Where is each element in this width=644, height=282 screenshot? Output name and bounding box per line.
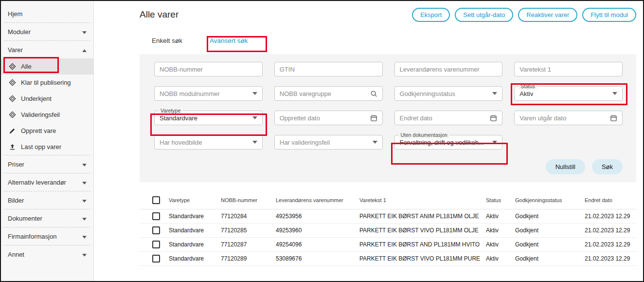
column-header: Varetekst 1: [359, 197, 486, 203]
table-row[interactable]: Standardvare 77120285 49253960 PARKETT E…: [140, 224, 636, 238]
panel-actions: Nullstill Søk: [154, 159, 623, 174]
tab-avansert-sok[interactable]: Avansert søk: [210, 37, 248, 47]
pencil-icon: [8, 128, 16, 134]
nobb-module-number-select[interactable]: NOBB modulnummer: [154, 86, 263, 101]
chevron-down-icon: [373, 141, 377, 144]
item-text-input[interactable]: [519, 66, 617, 73]
tag-icon: [8, 111, 16, 118]
field-label: Status: [519, 83, 537, 90]
field-label: Uten dokumentasjon: [399, 132, 449, 138]
changed-date-field[interactable]: Endret dato: [394, 111, 503, 125]
filter-row-2: NOBB modulnummer NOBB varegruppe Godkjen…: [154, 86, 623, 101]
filter-row-3: Varetype Standardvare Opprettet dato End…: [154, 111, 623, 125]
sidebar-item-varer[interactable]: Varer: [1, 41, 93, 58]
select-placeholder: Har valideringsfeil: [280, 139, 330, 146]
export-button[interactable]: Eksport: [412, 8, 450, 22]
header-actions: Eksport Sett utgår-dato Reaktiver varer …: [412, 8, 636, 22]
expiry-date-field[interactable]: Varen utgår dato: [514, 111, 623, 125]
select-placeholder: Har hovedbilde: [160, 139, 202, 146]
chevron-down-icon: [82, 251, 87, 258]
set-expiry-date-button[interactable]: Sett utgår-dato: [455, 8, 513, 22]
sidebar-item-moduler[interactable]: Moduler: [1, 23, 93, 40]
move-to-module-button[interactable]: Flytt til modul: [582, 8, 636, 22]
chevron-down-icon: [82, 161, 87, 168]
sidebar-item-label: Varer: [8, 46, 23, 54]
sidebar-item-firmainformasjon[interactable]: Firmainformasjon: [1, 227, 93, 245]
supplier-item-number-field[interactable]: [394, 62, 503, 76]
sidebar-item-dokumenter[interactable]: Dokumenter: [1, 209, 93, 227]
sidebar-item-label: Opprett vare: [21, 127, 56, 134]
gtin-input[interactable]: [280, 66, 377, 73]
sidebar-item-alternativ-leverandor[interactable]: Alternativ leverandør: [1, 173, 93, 191]
cell-varetekst: PARKETT EIK BØRST VIVO PL181MM OLJE: [359, 227, 486, 234]
cell-nobb-nummer: 77120285: [221, 227, 276, 234]
sidebar-item-opprett-vare[interactable]: Opprett vare: [1, 123, 93, 139]
cell-godkjenningsstatus: Godkjent: [515, 241, 585, 248]
cell-leverandorens-varenummer: 53089676: [276, 255, 359, 262]
cell-endret-dato: 21.02.2023 12.29: [585, 241, 636, 248]
calendar-icon: [370, 114, 377, 122]
chevron-down-icon: [252, 116, 257, 119]
item-text-field[interactable]: [514, 62, 623, 76]
table-row[interactable]: Standardvare 77120284 49253956 PARKETT E…: [140, 209, 636, 224]
nobb-item-group-field[interactable]: NOBB varegruppe: [274, 86, 383, 101]
without-documentation-select[interactable]: Uten dokumentasjon Forvaltning, drift og…: [394, 135, 503, 150]
calendar-icon: [610, 114, 617, 122]
reactivate-items-button[interactable]: Reaktiver varer: [518, 8, 577, 22]
row-checkbox[interactable]: [152, 255, 160, 263]
row-checkbox[interactable]: [152, 212, 160, 220]
nobb-number-field[interactable]: [154, 62, 263, 76]
search-button[interactable]: Søk: [592, 159, 623, 174]
cell-varetype: Standardvare: [169, 213, 221, 220]
row-checkbox[interactable]: [152, 241, 160, 248]
search-icon: [370, 90, 377, 97]
row-checkbox[interactable]: [152, 226, 160, 234]
app-window: Hjem Moduler Varer Alle Klar til publise…: [0, 0, 644, 282]
created-date-field[interactable]: Opprettet dato: [274, 111, 383, 125]
gtin-field[interactable]: [274, 62, 383, 76]
sidebar-item-label: Moduler: [8, 28, 31, 36]
tab-enkelt-sok[interactable]: Enkelt søk: [152, 37, 182, 47]
cell-godkjenningsstatus: Godkjent: [515, 255, 585, 262]
nobb-number-input[interactable]: [160, 66, 257, 73]
sidebar-item-priser[interactable]: Priser: [1, 155, 93, 173]
sidebar-item-label: Annet: [8, 251, 24, 258]
table-header-row: Varetype NOBB-nummer Leverandørens varen…: [140, 191, 636, 209]
sidebar-item-label: Underkjent: [21, 95, 52, 102]
chevron-down-icon: [82, 233, 87, 240]
cell-nobb-nummer: 77120289: [221, 255, 276, 262]
sidebar-item-hjem[interactable]: Hjem: [1, 5, 93, 22]
tag-icon: [8, 95, 16, 102]
sidebar-item-label: Klar til publisering: [21, 79, 71, 86]
sidebar-item-klar-til-publisering[interactable]: Klar til publisering: [1, 75, 93, 91]
sidebar-item-valideringsfeil[interactable]: Valideringsfeil: [1, 107, 93, 123]
page-title: Alle varer: [140, 9, 179, 20]
cell-endret-dato: 21.02.2023 12.29: [585, 255, 636, 262]
has-validation-error-select[interactable]: Har valideringsfeil: [274, 135, 383, 150]
table-row[interactable]: Standardvare 77120287 49254096 PARKETT E…: [140, 238, 636, 252]
advanced-search-panel: NOBB modulnummer NOBB varegruppe Godkjen…: [140, 54, 636, 182]
item-type-select[interactable]: Varetype Standardvare: [154, 111, 263, 125]
select-all-checkbox[interactable]: [152, 196, 160, 204]
column-header: Endret dato: [585, 197, 636, 203]
column-header: Godkjenningsstatus: [515, 197, 585, 203]
sidebar-item-bilder[interactable]: Bilder: [1, 191, 93, 209]
cell-varetekst: PARKETT EIK BØRST AND PL181MM HVITO: [359, 241, 486, 248]
status-select[interactable]: Status Aktiv: [514, 86, 623, 101]
cell-endret-dato: 21.02.2023 12.29: [585, 213, 636, 220]
sidebar-item-last-opp-varer[interactable]: Last opp varer: [1, 139, 93, 155]
table-row[interactable]: Standardvare 77120289 53089676 PARKETT E…: [140, 252, 636, 266]
reset-button[interactable]: Nullstill: [546, 159, 585, 174]
sidebar-item-underkjent[interactable]: Underkjent: [1, 91, 93, 107]
column-header: Status: [486, 197, 515, 203]
chevron-down-icon: [612, 92, 617, 95]
cell-status: Aktiv: [486, 255, 515, 262]
has-main-image-select[interactable]: Har hovedbilde: [154, 135, 263, 150]
field-label: Varetype: [159, 108, 182, 114]
sidebar-item-label: Priser: [8, 161, 24, 168]
approval-status-select[interactable]: Godkjenningsstatus: [394, 86, 503, 101]
sidebar-item-alle[interactable]: Alle: [1, 58, 93, 75]
column-header: Varetype: [169, 197, 221, 203]
supplier-item-number-input[interactable]: [400, 66, 498, 73]
sidebar-item-annet[interactable]: Annet: [1, 245, 93, 263]
